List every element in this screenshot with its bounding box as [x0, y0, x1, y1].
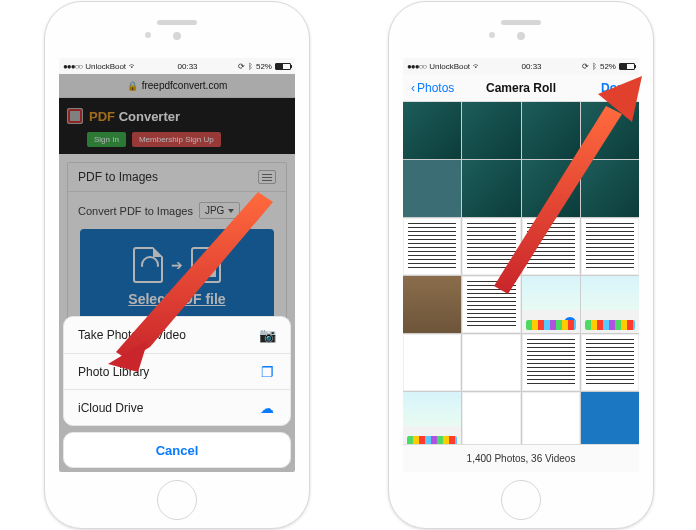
sheet-icloud-drive[interactable]: iCloud Drive ☁ — [64, 389, 290, 425]
screen-left: ●●●○○ UnlockBoot ᯤ 00:33 ⟳ ᛒ 52% 🔒 freep… — [59, 58, 295, 472]
camera-icon: 📷 — [258, 327, 276, 343]
cancel-label: Cancel — [156, 443, 199, 458]
sheet-library-label: Photo Library — [78, 365, 149, 379]
iphone-right: ●●●○○ UnlockBoot ᯤ 00:33 ⟳ ᛒ 52% ‹Photos… — [388, 1, 654, 529]
photo-count-bar: 1,400 Photos, 36 Videos — [403, 444, 639, 472]
orientation-lock-icon: ⟳ — [238, 62, 245, 71]
battery-icon — [619, 63, 635, 70]
done-button[interactable]: Done — [601, 81, 631, 95]
photo-thumb[interactable] — [522, 218, 580, 275]
carrier-label: UnlockBoot — [429, 62, 470, 71]
photo-thumb[interactable] — [462, 102, 520, 159]
iphone-left: ●●●○○ UnlockBoot ᯤ 00:33 ⟳ ᛒ 52% 🔒 freep… — [44, 1, 310, 529]
photo-thumb[interactable] — [522, 392, 580, 449]
status-bar: ●●●○○ UnlockBoot ᯤ 00:33 ⟳ ᛒ 52% — [59, 58, 295, 74]
cloud-icon: ☁ — [258, 400, 276, 416]
wifi-icon: ᯤ — [129, 62, 137, 71]
photo-thumb[interactable] — [581, 218, 639, 275]
battery-pct: 52% — [600, 62, 616, 71]
phone-camera — [173, 32, 181, 40]
phone-sensor — [489, 32, 495, 38]
phone-speaker — [501, 20, 541, 25]
photo-thumb[interactable] — [581, 160, 639, 217]
action-sheet: Take Photo or Video 📷 Photo Library ❐ iC… — [63, 316, 291, 468]
nav-title: Camera Roll — [486, 81, 556, 95]
chevron-left-icon: ‹ — [411, 81, 415, 95]
photo-thumb[interactable] — [581, 392, 639, 449]
photo-thumb[interactable] — [522, 160, 580, 217]
check-icon: ✓ — [563, 316, 577, 330]
clock-label: 00:33 — [522, 62, 542, 71]
photo-thumb[interactable] — [581, 276, 639, 333]
phone-camera — [517, 32, 525, 40]
phone-speaker — [157, 20, 197, 25]
stack-icon: ❐ — [258, 364, 276, 380]
photo-thumb[interactable] — [522, 102, 580, 159]
sheet-photo-library[interactable]: Photo Library ❐ — [64, 353, 290, 389]
photo-thumb[interactable] — [581, 334, 639, 391]
screen-right: ●●●○○ UnlockBoot ᯤ 00:33 ⟳ ᛒ 52% ‹Photos… — [403, 58, 639, 472]
photo-thumb[interactable] — [403, 392, 461, 449]
photo-thumb[interactable] — [403, 218, 461, 275]
orientation-lock-icon: ⟳ — [582, 62, 589, 71]
photo-grid[interactable]: ✓ — [403, 102, 639, 444]
battery-icon — [275, 63, 291, 70]
wifi-icon: ᯤ — [473, 62, 481, 71]
status-bar: ●●●○○ UnlockBoot ᯤ 00:33 ⟳ ᛒ 52% — [403, 58, 639, 74]
nav-bar: ‹Photos Camera Roll Done — [403, 74, 639, 102]
bluetooth-icon: ᛒ — [592, 62, 597, 71]
signal-dots-icon: ●●●○○ — [63, 62, 82, 71]
photo-thumb[interactable] — [462, 392, 520, 449]
photo-count-label: 1,400 Photos, 36 Videos — [467, 453, 576, 464]
photo-thumb[interactable] — [462, 218, 520, 275]
photo-thumb[interactable]: ✓ — [522, 276, 580, 333]
phone-sensor — [145, 32, 151, 38]
photo-thumb[interactable] — [522, 334, 580, 391]
carrier-label: UnlockBoot — [85, 62, 126, 71]
sheet-cancel-button[interactable]: Cancel — [63, 432, 291, 468]
home-button[interactable] — [501, 480, 541, 520]
photo-thumb[interactable] — [403, 276, 461, 333]
photo-thumb[interactable] — [403, 334, 461, 391]
photo-thumb[interactable] — [462, 276, 520, 333]
photo-thumb[interactable] — [462, 334, 520, 391]
sheet-take-photo[interactable]: Take Photo or Video 📷 — [64, 317, 290, 353]
bluetooth-icon: ᛒ — [248, 62, 253, 71]
sheet-take-label: Take Photo or Video — [78, 328, 186, 342]
photo-thumb[interactable] — [403, 160, 461, 217]
sheet-icloud-label: iCloud Drive — [78, 401, 143, 415]
photo-thumb[interactable] — [581, 102, 639, 159]
battery-pct: 52% — [256, 62, 272, 71]
signal-dots-icon: ●●●○○ — [407, 62, 426, 71]
home-button[interactable] — [157, 480, 197, 520]
photo-thumb[interactable] — [462, 160, 520, 217]
back-button[interactable]: ‹Photos — [411, 81, 454, 95]
clock-label: 00:33 — [178, 62, 198, 71]
photo-thumb[interactable] — [403, 102, 461, 159]
